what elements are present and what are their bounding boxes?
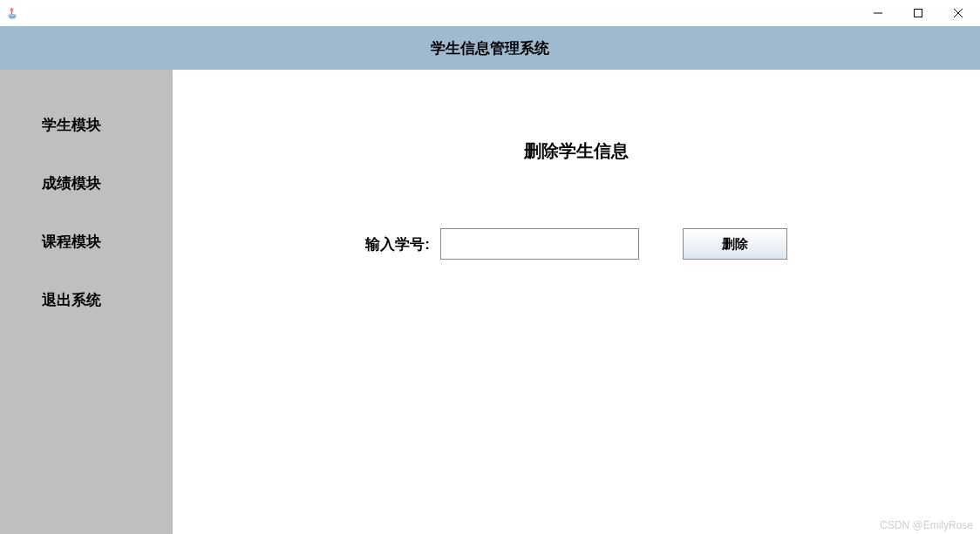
title-bar-left	[2, 6, 19, 20]
header-banner: 学生信息管理系统	[0, 26, 980, 70]
sidebar-item-courses[interactable]: 课程模块	[0, 213, 173, 271]
sidebar: 学生模块 成绩模块 课程模块 退出系统	[0, 70, 173, 534]
form-row: 输入学号: 删除	[173, 228, 980, 260]
svg-point-1	[10, 17, 16, 18]
minimize-button[interactable]	[858, 0, 898, 26]
content-area: 删除学生信息 输入学号: 删除	[173, 70, 980, 534]
title-bar	[0, 0, 980, 26]
sidebar-item-label: 学生模块	[42, 117, 101, 133]
sidebar-item-label: 课程模块	[42, 233, 101, 250]
sidebar-item-exit[interactable]: 退出系统	[0, 271, 173, 329]
main-container: 学生模块 成绩模块 课程模块 退出系统 删除学生信息 输入学号: 删除	[0, 70, 980, 534]
close-button[interactable]	[938, 0, 978, 26]
maximize-button[interactable]	[898, 0, 938, 26]
sidebar-item-student[interactable]: 学生模块	[0, 96, 173, 154]
delete-button[interactable]: 删除	[683, 228, 787, 260]
window-controls	[858, 0, 978, 26]
sidebar-item-label: 退出系统	[42, 292, 101, 308]
student-id-label: 输入学号:	[365, 234, 430, 254]
content-title: 删除学生信息	[173, 139, 980, 163]
java-icon	[5, 6, 19, 20]
svg-rect-3	[915, 10, 922, 17]
header-title: 学生信息管理系统	[431, 38, 549, 58]
sidebar-item-label: 成绩模块	[42, 175, 101, 192]
sidebar-item-grades[interactable]: 成绩模块	[0, 154, 173, 213]
student-id-input[interactable]	[440, 228, 639, 260]
watermark: CSDN @EmilyRose	[880, 519, 973, 531]
